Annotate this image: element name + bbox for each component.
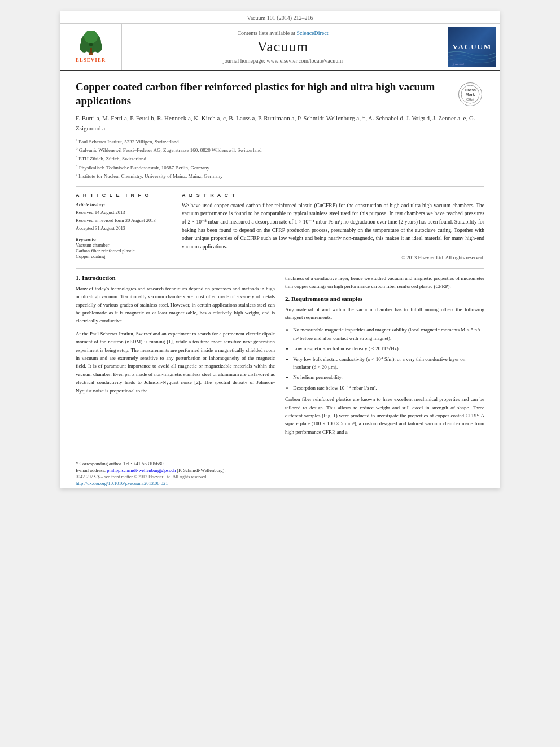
journal-homepage: journal homepage: www.elsevier.com/locat… xyxy=(223,58,343,64)
article-footer: * Corresponding author. Tel.: +41 563105… xyxy=(60,452,500,488)
intro-heading: 1. Introduction xyxy=(76,274,275,281)
svg-text:CHat: CHat xyxy=(466,98,474,101)
keywords-section: Keywords: Vacuum chamber Carbon fiber re… xyxy=(76,237,172,259)
intro-column: 1. Introduction Many of today's technolo… xyxy=(76,274,275,440)
crossmark-badge: Cross Mark CHat xyxy=(456,80,484,108)
intro-para-2: At the Paul Scherrer Institut, Switzerla… xyxy=(76,330,275,395)
requirements-column: thickness of a conductive layer, hence w… xyxy=(285,274,484,440)
journal-center: Contents lists available at ScienceDirec… xyxy=(122,24,444,70)
copyright-notice: © 2013 Elsevier Ltd. All rights reserved… xyxy=(182,255,484,260)
license-notice: 0042-207X/$ – see front matter © 2013 El… xyxy=(76,474,484,479)
article-page: Vacuum 101 (2014) 212–216 ELSEVIER Conte… xyxy=(60,11,500,488)
article-info-column: A R T I C L E I N F O Article history: R… xyxy=(76,193,172,260)
email-link[interactable]: philipp.schmidt-wellenburg@psi.ch xyxy=(107,468,176,473)
sciencedirect-link[interactable]: ScienceDirect xyxy=(296,30,328,36)
doi-link[interactable]: http://dx.doi.org/10.1016/j.vacuum.2013.… xyxy=(76,480,168,486)
affiliations: a Paul Scherrer Institut, 5232 Villigen,… xyxy=(76,137,484,181)
svg-text:Mark: Mark xyxy=(466,93,475,97)
vacuum-logo-box: VACUUM journal xyxy=(444,24,500,70)
req-item-2: Low magnetic spectral noise density ( ≤ … xyxy=(293,344,484,352)
article-info-label: A R T I C L E I N F O xyxy=(76,193,172,198)
affiliation-c: c ETH Zürich, Zürich, Switzerland xyxy=(76,154,484,163)
elsevier-tree-icon xyxy=(74,31,108,56)
requirements-heading: 2. Requirements and samples xyxy=(285,295,484,302)
doi-link-line: http://dx.doi.org/10.1016/j.vacuum.2013.… xyxy=(76,480,484,486)
intro-continuation: thickness of a conductive layer, hence w… xyxy=(285,274,484,291)
journal-title: Vacuum xyxy=(257,38,308,55)
req-item-1: No measurable magnetic impurities and ma… xyxy=(293,326,484,342)
vacuum-logo-decoration: journal xyxy=(448,50,496,67)
req-item-3: Very low bulk electric conductivity (σ <… xyxy=(293,355,484,372)
crossmark-icon: Cross Mark CHat xyxy=(460,84,480,104)
req-item-4: No helium permeability. xyxy=(293,373,484,381)
abstract-text: We have used copper-coated carbon fiber … xyxy=(182,202,484,251)
footer-divider xyxy=(76,457,484,457)
volume-info: Vacuum 101 (2014) 212–216 xyxy=(247,15,313,21)
elsevier-logo-box: ELSEVIER xyxy=(60,24,122,70)
vacuum-logo-text: VACUUM xyxy=(453,42,492,51)
volume-doi-bar: Vacuum 101 (2014) 212–216 xyxy=(60,11,500,24)
article-body: Copper coated carbon fiber reinforced pl… xyxy=(60,71,500,452)
accepted-row: Accepted 31 August 2013 xyxy=(76,225,172,231)
journal-header: ELSEVIER Contents lists available at Sci… xyxy=(60,24,500,71)
abstract-label: A B S T R A C T xyxy=(182,193,484,198)
email-label: E-mail address: xyxy=(76,468,106,473)
req-item-5: Desorption rate below 10⁻¹⁰ mbar l/s m². xyxy=(293,384,484,392)
received-row: Received 14 August 2013 xyxy=(76,209,172,215)
authors-line: F. Burri a, M. Fertl a, P. Feusi b, R. H… xyxy=(76,113,484,133)
elsevier-brand-text: ELSEVIER xyxy=(76,57,106,63)
svg-rect-5 xyxy=(90,48,92,53)
affiliation-e: e Institute for Nuclear Chemistry, Unive… xyxy=(76,172,484,180)
svg-point-2 xyxy=(80,41,89,53)
received-revised-row: Received in revised form 30 August 2013 xyxy=(76,217,172,223)
article-title: Copper coated carbon fiber reinforced pl… xyxy=(76,80,484,108)
svg-text:Cross: Cross xyxy=(465,88,476,92)
info-abstract-columns: A R T I C L E I N F O Article history: R… xyxy=(76,193,484,260)
history-label-row: Article history: xyxy=(76,202,172,207)
sciencedirect-availability: Contents lists available at ScienceDirec… xyxy=(237,30,328,36)
requirements-intro: Any material of and within the vacuum ch… xyxy=(285,305,484,322)
requirements-list: No measurable magnetic impurities and ma… xyxy=(293,326,484,392)
intro-para-1: Many of today's technologies and researc… xyxy=(76,285,275,325)
abstract-column: A B S T R A C T We have used copper-coat… xyxy=(182,193,484,260)
main-content-columns: 1. Introduction Many of today's technolo… xyxy=(76,268,484,440)
email-line: E-mail address: philipp.schmidt-wellenbu… xyxy=(76,468,484,473)
svg-point-3 xyxy=(93,41,102,53)
article-info-box: Article history: Received 14 August 2013… xyxy=(76,202,172,231)
svg-text:journal: journal xyxy=(452,62,464,67)
divider-1 xyxy=(76,186,484,187)
affiliation-a: a Paul Scherrer Institut, 5232 Villigen,… xyxy=(76,137,484,146)
svg-point-6 xyxy=(89,43,93,46)
requirements-closing: Carbon fiber reinforced plastics are kno… xyxy=(285,395,484,436)
email-person: (P. Schmidt-Wellenburg). xyxy=(177,468,225,473)
corresponding-author-note: * Corresponding author. Tel.: +41 563105… xyxy=(76,461,484,466)
affiliation-b: b Galvanic Wildenswil Feusi+Federer AG, … xyxy=(76,146,484,154)
vacuum-logo: VACUUM journal xyxy=(448,27,496,67)
affiliation-d: d Physikalisch-Technische Bundesanstalt,… xyxy=(76,163,484,172)
